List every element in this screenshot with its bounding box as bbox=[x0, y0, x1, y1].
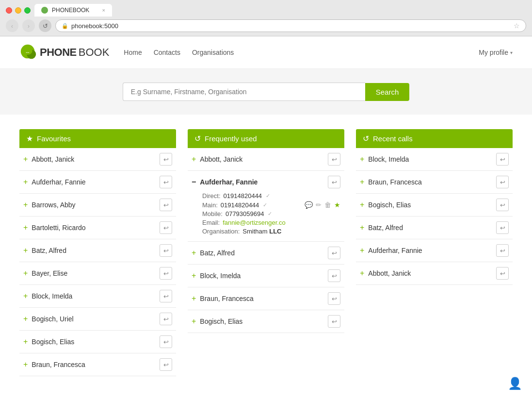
call-redirect-icon[interactable]: ↩ bbox=[160, 290, 172, 302]
trash-icon[interactable]: 🗑 bbox=[324, 201, 331, 209]
expand-icon: + bbox=[192, 155, 196, 164]
back-button[interactable]: ‹ bbox=[6, 19, 18, 32]
collapse-icon: − bbox=[192, 178, 196, 186]
address-bar[interactable]: 🔒 phonebook:5000 ☆ bbox=[55, 19, 526, 32]
list-item[interactable]: + Bogisch, Elias ↩ bbox=[356, 194, 513, 217]
list-item[interactable]: + Batz, Alfred ↩ bbox=[356, 217, 513, 239]
logo-book-text: BOOK bbox=[79, 46, 110, 59]
nav-contacts[interactable]: Contacts bbox=[154, 49, 180, 56]
expand-icon: + bbox=[192, 249, 196, 257]
call-redirect-icon[interactable]: ↩ bbox=[328, 292, 340, 305]
list-item[interactable]: + Aufderhar, Fannie ↩ bbox=[356, 239, 513, 262]
list-item[interactable]: + Aufderhar, Fannie ↩ bbox=[19, 171, 176, 194]
list-item[interactable]: + Braun, Francesca ↩ bbox=[188, 287, 344, 310]
person-icon: 👤 bbox=[508, 377, 522, 390]
expand-icon: + bbox=[23, 315, 28, 323]
contact-name: Batz, Alfred bbox=[200, 249, 328, 257]
nav-home[interactable]: Home bbox=[124, 49, 142, 56]
list-item[interactable]: + Batz, Alfred ↩ bbox=[19, 239, 176, 262]
list-item[interactable]: + Block, Imelda ↩ bbox=[19, 285, 176, 308]
call-redirect-icon[interactable]: ↩ bbox=[328, 176, 340, 188]
list-item[interactable]: + Bayer, Elise ↩ bbox=[19, 262, 176, 285]
list-item[interactable]: + Abbott, Janick ↩ bbox=[188, 148, 344, 171]
call-redirect-icon[interactable]: ↩ bbox=[160, 221, 172, 234]
list-item[interactable]: + Bogisch, Elias ↩ bbox=[188, 310, 344, 333]
recent-calls-label: Recent calls bbox=[373, 134, 413, 143]
list-item[interactable]: + Barrows, Abby ↩ bbox=[19, 194, 176, 217]
call-redirect-icon[interactable]: ↩ bbox=[160, 244, 172, 257]
star-icon[interactable]: ★ bbox=[334, 201, 340, 209]
maximize-dot[interactable] bbox=[24, 7, 31, 14]
call-redirect-icon[interactable]: ↩ bbox=[496, 199, 509, 211]
call-redirect-icon[interactable]: ↩ bbox=[496, 176, 509, 188]
list-item-expanded[interactable]: − Aufderhar, Fannie ↩ bbox=[188, 171, 344, 189]
header-right: My profile ▾ bbox=[479, 49, 513, 56]
recent-calls-list: + Block, Imelda ↩ + Braun, Francesca ↩ +… bbox=[356, 148, 513, 285]
list-item[interactable]: + Abbott, Janick ↩ bbox=[19, 148, 176, 171]
expand-icon: + bbox=[23, 155, 28, 164]
list-item[interactable]: + Bartoletti, Ricardo ↩ bbox=[19, 217, 176, 239]
list-item[interactable]: + Braun, Francesca ↩ bbox=[19, 353, 176, 376]
list-item[interactable]: + Bogisch, Elias ↩ bbox=[19, 331, 176, 353]
call-redirect-icon[interactable]: ↩ bbox=[160, 358, 172, 371]
list-item[interactable]: + Block, Imelda ↩ bbox=[356, 148, 513, 171]
call-redirect-icon[interactable]: ↩ bbox=[160, 313, 172, 325]
detail-mobile: Mobile: 07793059694 ✓ bbox=[202, 210, 340, 217]
call-redirect-icon[interactable]: ↩ bbox=[328, 269, 340, 282]
frequently-used-label: Frequently used bbox=[205, 134, 257, 143]
call-redirect-icon[interactable]: ↩ bbox=[160, 267, 172, 280]
my-profile-label: My profile bbox=[479, 49, 508, 56]
browser-toolbar: ‹ › ↺ 🔒 phonebook:5000 ☆ bbox=[0, 17, 532, 36]
call-redirect-icon[interactable]: ↩ bbox=[496, 267, 509, 280]
tab-close-button[interactable]: × bbox=[102, 7, 105, 13]
tick-icon: ✓ bbox=[268, 211, 272, 217]
call-redirect-icon[interactable]: ↩ bbox=[328, 247, 340, 259]
logo-phone-text: PHONE bbox=[40, 46, 77, 59]
contact-name-expanded: Aufderhar, Fannie bbox=[200, 178, 328, 186]
search-input-wrapper bbox=[123, 83, 365, 101]
call-redirect-icon[interactable]: ↩ bbox=[160, 153, 172, 166]
detail-email: Email: fannie@ortizsenger.co bbox=[202, 219, 340, 226]
call-redirect-icon[interactable]: ↩ bbox=[496, 153, 509, 166]
browser-dots bbox=[6, 7, 31, 14]
contact-name: Abbott, Janick bbox=[368, 269, 496, 277]
contact-name: Aufderhar, Fannie bbox=[368, 247, 496, 254]
expand-icon: + bbox=[192, 271, 196, 280]
expand-icon: + bbox=[23, 269, 28, 278]
call-redirect-icon[interactable]: ↩ bbox=[160, 335, 172, 348]
call-redirect-icon[interactable]: ↩ bbox=[160, 199, 172, 211]
browser-tab[interactable]: PHONEBOOK × bbox=[34, 4, 112, 17]
call-redirect-icon[interactable]: ↩ bbox=[160, 176, 172, 188]
call-redirect-icon[interactable]: ↩ bbox=[328, 315, 340, 328]
chat-icon[interactable]: 💬 bbox=[305, 201, 313, 209]
logo-area: ... PHONEBOOK bbox=[19, 43, 109, 62]
my-profile-button[interactable]: My profile ▾ bbox=[479, 49, 513, 56]
detail-direct: Direct: 01914820444 ✓ bbox=[202, 192, 340, 200]
call-redirect-icon[interactable]: ↩ bbox=[328, 153, 340, 166]
list-item[interactable]: + Batz, Alfred ↩ bbox=[188, 242, 344, 265]
search-input[interactable] bbox=[123, 83, 365, 101]
nav-organisations[interactable]: Organisations bbox=[192, 49, 234, 56]
forward-button[interactable]: › bbox=[22, 19, 35, 32]
refresh-button[interactable]: ↺ bbox=[39, 19, 51, 32]
frequently-used-column: ↺ Frequently used + Abbott, Janick ↩ − A… bbox=[188, 129, 344, 333]
expand-icon: + bbox=[23, 200, 28, 209]
list-item[interactable]: + Block, Imelda ↩ bbox=[188, 265, 344, 287]
call-redirect-icon[interactable]: ↩ bbox=[496, 221, 509, 234]
list-item[interactable]: + Bogisch, Uriel ↩ bbox=[19, 308, 176, 331]
expand-icon: + bbox=[360, 246, 364, 255]
call-redirect-icon[interactable]: ↩ bbox=[496, 244, 509, 257]
contact-name: Braun, Francesca bbox=[32, 361, 160, 368]
expand-icon: + bbox=[23, 292, 28, 300]
search-button[interactable]: Search bbox=[365, 83, 410, 101]
contact-name: Barrows, Abby bbox=[32, 201, 160, 209]
edit-icon[interactable]: ✏ bbox=[316, 201, 322, 209]
contact-actions: 💬 ✏ 🗑 ★ bbox=[305, 201, 340, 209]
contact-name: Batz, Alfred bbox=[32, 247, 160, 254]
minimize-dot[interactable] bbox=[15, 7, 21, 14]
bookmark-icon[interactable]: ☆ bbox=[514, 22, 520, 30]
search-section: Search bbox=[0, 69, 532, 115]
close-dot[interactable] bbox=[6, 7, 12, 14]
list-item[interactable]: + Braun, Francesca ↩ bbox=[356, 171, 513, 194]
list-item[interactable]: + Abbott, Janick ↩ bbox=[356, 262, 513, 285]
